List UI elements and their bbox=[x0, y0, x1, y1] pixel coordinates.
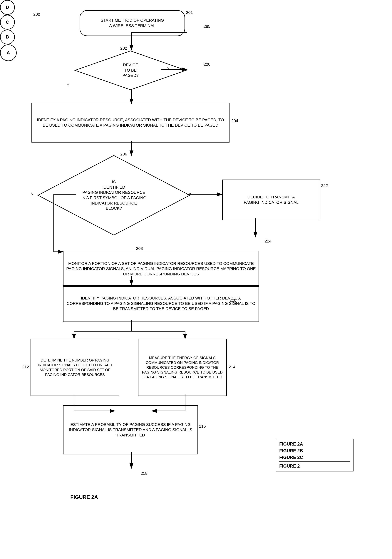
caption-figure2a: FIGURE 2A bbox=[70, 494, 98, 500]
box-210: IDENTIFY PAGING INDICATOR RESOURCES, ASS… bbox=[63, 285, 259, 322]
box-212: DETERMINE THE NUMBER OF PAGING INDICATOR… bbox=[30, 339, 119, 396]
diamond2-n: N bbox=[30, 192, 34, 196]
diamond1-y: Y bbox=[67, 82, 69, 87]
figure-label-2: FIGURE 2 bbox=[279, 461, 350, 469]
circle-c: C bbox=[0, 15, 15, 30]
figure-label-2a: FIGURE 2A bbox=[279, 441, 350, 447]
diamond2-text: ISIDENTIFIEDPAGING INDICATOR RESOURCEIN … bbox=[56, 166, 172, 225]
diamond1-container: DEVICETO BEPAGED? bbox=[74, 50, 187, 91]
label-212: 212 bbox=[22, 365, 29, 369]
figure-label-2c: FIGURE 2C bbox=[279, 454, 350, 461]
label-220: 220 bbox=[204, 62, 210, 67]
label-224: 224 bbox=[265, 239, 271, 244]
circle-b: B bbox=[0, 30, 15, 44]
box-208: MONITOR A PORTION OF A SET OF PAGING IND… bbox=[63, 251, 259, 287]
box-204: IDENTIFY A PAGING INDICATOR RESOURCE, AS… bbox=[31, 103, 230, 142]
circle-d: D bbox=[0, 0, 15, 15]
figure-labels-box: FIGURE 2A FIGURE 2B FIGURE 2C FIGURE 2 bbox=[276, 439, 354, 471]
label-206: 206 bbox=[120, 152, 127, 157]
start-node: START METHOD OF OPERATINGA WIRELESS TERM… bbox=[80, 10, 185, 36]
diagram-container: 200 START METHOD OF OPERATINGA WIRELESS … bbox=[0, 0, 392, 559]
label-216: 216 bbox=[199, 424, 206, 429]
label-214: 214 bbox=[229, 365, 235, 369]
label-200: 200 bbox=[33, 12, 40, 17]
diamond1-n: N bbox=[167, 66, 169, 71]
circle-a: A bbox=[0, 44, 17, 61]
box-222: DECIDE TO TRANSMIT APAGING INDICATOR SIG… bbox=[222, 179, 320, 220]
label-285: 285 bbox=[204, 24, 210, 29]
diamond2-container: ISIDENTIFIEDPAGING INDICATOR RESOURCEIN … bbox=[37, 155, 191, 236]
label-218: 218 bbox=[141, 471, 148, 476]
label-210: 210 bbox=[230, 298, 236, 303]
box-216: ESTIMATE A PROBABILITY OF PAGING SUCCESS… bbox=[63, 405, 198, 454]
label-204: 204 bbox=[231, 119, 238, 123]
figure-label-2b: FIGURE 2B bbox=[279, 447, 350, 454]
diamond2-y: Y bbox=[189, 192, 192, 196]
label-222: 222 bbox=[321, 183, 328, 188]
label-208: 208 bbox=[136, 246, 143, 251]
diamond1-text: DEVICETO BEPAGED? bbox=[83, 54, 178, 87]
label-202: 202 bbox=[120, 46, 127, 51]
label-201: 201 bbox=[186, 10, 193, 15]
box-214: MEASURE THE ENERGY OF SIGNALS COMMUNICAT… bbox=[138, 339, 227, 396]
